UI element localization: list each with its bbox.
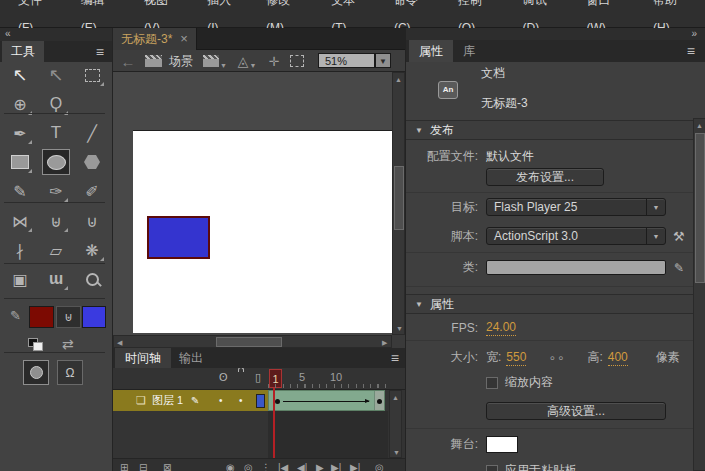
hand-tool[interactable]: ɯ bbox=[42, 266, 70, 292]
wrench-icon[interactable]: ⚒ bbox=[673, 229, 685, 244]
selection-tool[interactable]: ↖ bbox=[6, 62, 34, 88]
edit-symbols-button[interactable]: ◬▼ bbox=[235, 50, 259, 72]
go-to-last-frame-button[interactable]: ▶| bbox=[350, 462, 360, 471]
scroll-up-icon[interactable]: ▲ bbox=[393, 76, 404, 83]
link-broken-icon[interactable]: ∘∘ bbox=[548, 351, 565, 365]
paintbrush-tool[interactable]: ✐ bbox=[78, 178, 106, 204]
edit-scene-button[interactable]: ▼ bbox=[203, 50, 227, 72]
publish-settings-button[interactable]: 发布设置... bbox=[486, 168, 604, 186]
canvas-vscrollbar-thumb[interactable] bbox=[394, 166, 404, 230]
scene-breadcrumb[interactable]: 场景 bbox=[169, 50, 193, 72]
fps-value[interactable]: 24.00 bbox=[486, 320, 516, 336]
camera-tool[interactable]: ▣ bbox=[6, 266, 34, 292]
fill-color-swatch[interactable] bbox=[82, 306, 106, 328]
clip-to-stage-button[interactable] bbox=[287, 50, 307, 72]
paint-bucket-tool[interactable]: ⊎ bbox=[42, 208, 70, 234]
edit-class-pencil-icon[interactable]: ✎ bbox=[674, 261, 684, 275]
timeline-vscrollbar[interactable]: ▲ ▼ bbox=[389, 390, 402, 458]
default-colors-button[interactable] bbox=[28, 338, 42, 350]
polystar-tool[interactable] bbox=[78, 149, 106, 175]
timeline-scroll-down-icon[interactable]: ▼ bbox=[390, 449, 403, 456]
properties-vscrollbar-thumb[interactable] bbox=[695, 133, 705, 283]
new-folder-button[interactable]: ⊟ bbox=[139, 462, 147, 471]
timeline-panel-menu-icon[interactable]: ≡ bbox=[391, 351, 399, 365]
playhead-line[interactable] bbox=[273, 388, 275, 458]
scroll-down-icon[interactable]: ▼ bbox=[393, 325, 405, 332]
layer-lock-dot[interactable]: • bbox=[239, 395, 243, 406]
oval-tool-selected[interactable] bbox=[42, 149, 70, 175]
free-transform-tool[interactable] bbox=[78, 62, 106, 88]
scroll-right-icon[interactable]: ▶ bbox=[382, 339, 387, 347]
layer-visibility-dot[interactable]: • bbox=[219, 395, 223, 406]
canvas-hscrollbar[interactable]: ◀ ▶ bbox=[113, 335, 392, 348]
expand-panels-icon[interactable]: » bbox=[691, 28, 697, 39]
tab-output[interactable]: 输出 bbox=[169, 348, 213, 368]
collapse-panel-icon[interactable]: « bbox=[5, 28, 11, 39]
properties-vscrollbar[interactable]: ▲ bbox=[693, 118, 705, 471]
canvas-hscrollbar-thumb[interactable] bbox=[216, 337, 282, 347]
subselection-tool[interactable]: ↖ bbox=[42, 62, 70, 88]
ink-bottle-tool[interactable]: ⊍ bbox=[78, 208, 106, 234]
tab-timeline[interactable]: 时间轴 bbox=[115, 348, 171, 368]
rectangle-tool[interactable] bbox=[6, 149, 34, 175]
zoom-level-field[interactable]: 51% bbox=[318, 53, 375, 68]
bone-tool[interactable]: ⋈ bbox=[6, 208, 34, 234]
scroll-left-icon[interactable]: ◀ bbox=[117, 339, 122, 347]
height-value[interactable]: 400 bbox=[608, 350, 628, 366]
eyedropper-tool[interactable]: ∤ bbox=[6, 237, 34, 263]
onion-skin-outline-button[interactable]: ◎ bbox=[244, 462, 253, 471]
play-button[interactable]: ▶ bbox=[316, 462, 324, 471]
pen-tool[interactable]: ✒ bbox=[6, 120, 34, 146]
pencil-tool[interactable]: ✎ bbox=[6, 178, 34, 204]
center-playhead-button[interactable]: ⋮ bbox=[261, 462, 271, 471]
asset-warp-tool[interactable]: ❋ bbox=[78, 237, 106, 263]
eraser-tool[interactable]: ▱ bbox=[42, 237, 70, 263]
canvas-vscrollbar[interactable]: ▲ ▼ bbox=[392, 72, 405, 335]
tab-tools[interactable]: 工具 bbox=[2, 41, 44, 62]
properties-panel-menu-icon[interactable]: ≡ bbox=[687, 44, 695, 58]
swap-colors-button[interactable]: ⇄ bbox=[62, 336, 74, 352]
object-drawing-toggle[interactable] bbox=[23, 360, 49, 385]
line-tool[interactable]: ╱ bbox=[78, 120, 106, 146]
blue-rectangle-shape[interactable] bbox=[147, 216, 210, 259]
start-keyframe-dot[interactable] bbox=[275, 399, 280, 404]
new-layer-button[interactable]: ⊞ bbox=[120, 462, 128, 471]
apply-to-pasteboard-checkbox[interactable] bbox=[486, 465, 498, 471]
show-hide-layers-icon[interactable]: ʘ bbox=[219, 371, 228, 383]
step-back-button[interactable]: ◀| bbox=[297, 462, 307, 471]
brush-tool[interactable]: ✑ bbox=[42, 178, 70, 204]
zoom-tool[interactable] bbox=[78, 266, 106, 292]
end-keyframe-dot[interactable] bbox=[377, 399, 382, 404]
center-frame-button[interactable]: ✛ bbox=[265, 50, 283, 72]
canvas-pasteboard[interactable]: ▲ ▼ ◀ ▶ bbox=[113, 72, 405, 348]
properties-scroll-up-icon[interactable]: ▲ bbox=[694, 122, 705, 129]
tab-properties[interactable]: 属性 bbox=[409, 40, 453, 62]
delete-layer-button[interactable]: ⊠ bbox=[163, 462, 171, 471]
class-input[interactable] bbox=[486, 260, 666, 275]
script-dropdown[interactable]: ActionScript 3.0 ▼ bbox=[486, 227, 666, 245]
loop-button[interactable]: ◎ bbox=[375, 462, 384, 471]
timeline-scroll-up-icon[interactable]: ▲ bbox=[390, 394, 401, 401]
zoom-level-dropdown-button[interactable]: ▼ bbox=[375, 53, 391, 68]
document-tab[interactable]: 无标题-3* × bbox=[113, 28, 197, 50]
step-forward-button[interactable]: ▶| bbox=[331, 462, 341, 471]
layer-name[interactable]: 图层 1 bbox=[152, 393, 183, 408]
stroke-color-swatch[interactable] bbox=[29, 306, 54, 328]
publish-section-header[interactable]: ▼ 发布 bbox=[406, 120, 705, 140]
width-value[interactable]: 550 bbox=[506, 350, 526, 366]
onion-skin-button[interactable]: ◉ bbox=[226, 462, 235, 471]
stage[interactable] bbox=[133, 130, 392, 333]
advanced-settings-button[interactable]: 高级设置... bbox=[486, 402, 666, 420]
text-tool[interactable]: T bbox=[42, 120, 70, 146]
outline-layers-icon[interactable]: ▯ bbox=[255, 371, 261, 384]
go-to-first-frame-button[interactable]: |◀ bbox=[278, 462, 288, 471]
stage-color-swatch[interactable] bbox=[486, 436, 518, 453]
properties-section-header[interactable]: ▼ 属性 bbox=[406, 294, 705, 314]
tools-panel-menu-icon[interactable]: ≡ bbox=[96, 45, 104, 59]
tab-library[interactable]: 库 bbox=[453, 40, 485, 62]
tween-span[interactable] bbox=[268, 390, 385, 411]
snap-to-objects-toggle[interactable]: Ω bbox=[57, 360, 83, 385]
layer-row-selected[interactable]: ❏ 图层 1 ✎ • • bbox=[113, 390, 268, 411]
layer-outline-color-swatch[interactable] bbox=[256, 394, 265, 408]
close-tab-icon[interactable]: × bbox=[180, 28, 188, 50]
